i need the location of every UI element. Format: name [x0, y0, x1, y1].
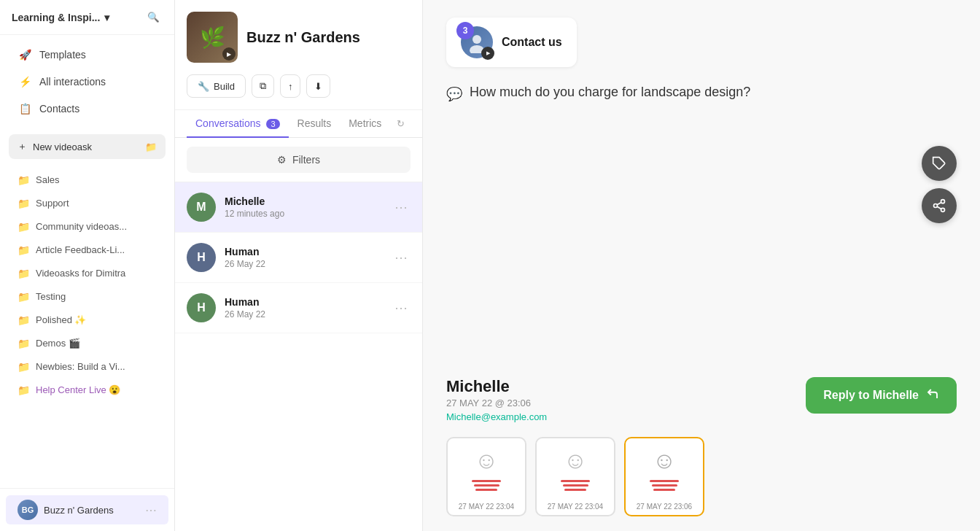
bot-actions: 🔧 Build ⧉ ↑ ⬇	[187, 74, 411, 98]
new-videoask-button[interactable]: ＋ New videoask 📁	[9, 134, 166, 159]
sidebar-item-article-feedback[interactable]: 📁 Article Feedback-Li... ⋯	[6, 239, 168, 261]
duplicate-button[interactable]: ⧉	[252, 74, 274, 98]
sidebar: Learning & Inspi... ▾ 🔍 🚀 Templates ⚡ Al…	[0, 0, 175, 531]
contact-email: Michelle@example.com	[446, 411, 547, 422]
sidebar-item-newbies[interactable]: 📁 Newbies: Build a Vi... ⋯	[6, 355, 168, 378]
video-thumb-3[interactable]: ☺ 27 MAY 22 23:06	[624, 437, 704, 516]
sidebar-item-videoasks-dimitra[interactable]: 📁 Videoasks for Dimitra ⋯	[6, 262, 168, 284]
contact-avatar-wrap: 3 ▶	[461, 26, 493, 58]
sidebar-item-help-center[interactable]: 📁 Help Center Live 😮 ⋯	[6, 379, 168, 401]
share-button[interactable]: ↑	[280, 74, 301, 98]
refresh-button[interactable]: ↻	[391, 110, 411, 137]
more-icon[interactable]: ⋯	[145, 503, 157, 517]
download-icon: ⬇	[314, 81, 322, 92]
sidebar-item-community[interactable]: 📁 Community videoas... ⋯	[6, 215, 168, 238]
duplicate-icon: ⧉	[260, 80, 266, 92]
lightning-icon: ⚡	[18, 74, 32, 89]
conv-michelle-name: Michelle	[225, 195, 383, 207]
svg-point-4	[934, 204, 938, 208]
main-content: 3 ▶ Contact us 💬 How much do you charge …	[423, 0, 980, 531]
buzz-gardens-label: Buzz n' Gardens	[44, 505, 114, 516]
svg-point-0	[472, 35, 481, 44]
bot-avatar: 🌿 ▶	[187, 12, 238, 63]
workspace-selector[interactable]: Learning & Inspi... ▾	[12, 12, 109, 23]
conv-more-icon[interactable]: ⋯	[392, 196, 411, 218]
sidebar-item-support[interactable]: 📁 Support ⋯	[6, 192, 168, 214]
new-videoask-label: New videoask	[33, 142, 92, 152]
folder-newbies-label: Newbies: Build a Vi...	[36, 361, 125, 372]
conversations-list: M Michelle 12 minutes ago ⋯ H Human 26 M…	[175, 182, 422, 531]
sidebar-item-sales[interactable]: 📁 Sales ⋯	[6, 168, 168, 191]
tab-conversations[interactable]: Conversations 3	[187, 110, 289, 138]
reply-to-michelle-button[interactable]: Reply to Michelle	[806, 377, 957, 414]
middle-panel: 🌿 ▶ Buzz n' Gardens 🔧 Build ⧉ ↑ ⬇	[175, 0, 423, 531]
folder-testing-label: Testing	[36, 291, 66, 302]
conversation-item-human1[interactable]: H Human 26 May 22 ⋯	[175, 233, 422, 283]
video-thumb-2[interactable]: ☺ 27 MAY 22 23:04	[535, 437, 615, 516]
folder-icon: 📁	[18, 244, 30, 256]
contact-info-block: Michelle 27 MAY 22 @ 23:06 Michelle@exam…	[446, 377, 547, 422]
bot-name: Buzz n' Gardens	[246, 29, 360, 46]
play-overlay: ▶	[222, 47, 236, 61]
contact-badge: 3	[456, 22, 474, 39]
svg-point-5	[941, 208, 945, 212]
sidebar-item-testing[interactable]: 📁 Testing ⋯	[6, 285, 168, 308]
video-thumb-1[interactable]: ☺ 27 MAY 22 23:04	[446, 437, 526, 516]
conversations-count: 3	[266, 119, 279, 129]
chat-area: 3 ▶ Contact us 💬 How much do you charge …	[423, 0, 980, 363]
folder-demos-label: Demos 🎬	[36, 338, 80, 349]
folder-icon: 📁	[18, 221, 30, 233]
sidebar-item-templates[interactable]: 🚀 Templates	[6, 42, 168, 68]
bot-header: 🌿 ▶ Buzz n' Gardens	[187, 12, 411, 63]
message-icon: 💬	[446, 86, 462, 102]
conv-more-icon[interactable]: ⋯	[392, 297, 411, 319]
thumb1-date: 27 MAY 22 23:04	[448, 500, 525, 515]
sidebar-item-demos[interactable]: 📁 Demos 🎬 ⋯	[6, 332, 168, 354]
reply-icon	[926, 387, 939, 403]
tabs-bar: Conversations 3 Results Metrics ↻	[175, 110, 422, 138]
sidebar-item-buzz-gardens[interactable]: BG Buzz n' Gardens ⋯	[6, 495, 168, 524]
filters-button[interactable]: ⚙ Filters	[187, 147, 411, 173]
conv-more-icon[interactable]: ⋯	[392, 247, 411, 268]
face-icon-1: ☺	[475, 447, 499, 474]
contact-name: Michelle	[446, 377, 547, 396]
play-button-sm[interactable]: ▶	[481, 47, 494, 60]
folder-polished-label: Polished ✨	[36, 314, 86, 325]
share-float-button[interactable]	[922, 188, 957, 223]
floating-buttons	[922, 146, 957, 223]
folder-dimitra-label: Videoasks for Dimitra	[36, 268, 125, 279]
conv-human2-time: 26 May 22	[225, 309, 383, 319]
sidebar-item-contacts[interactable]: 📋 Contacts	[6, 96, 168, 122]
folder-icon: 📁	[18, 198, 30, 209]
folder-sales-label: Sales	[36, 174, 60, 185]
middle-header: 🌿 ▶ Buzz n' Gardens 🔧 Build ⧉ ↑ ⬇	[175, 0, 422, 110]
build-button[interactable]: 🔧 Build	[187, 74, 246, 98]
nav-contacts-label: Contacts	[39, 103, 79, 115]
sidebar-header: Learning & Inspi... ▾ 🔍	[0, 0, 174, 35]
svg-point-3	[941, 200, 945, 204]
build-label: Build	[214, 81, 235, 92]
face-icon-3: ☺	[653, 447, 677, 474]
build-icon: 🔧	[198, 81, 209, 92]
conversation-item-human2[interactable]: H Human 26 May 22 ⋯	[175, 283, 422, 333]
nav-all-interactions-label: All interactions	[39, 76, 106, 88]
folder-icon: 📁	[18, 361, 30, 373]
tab-metrics[interactable]: Metrics	[340, 110, 390, 138]
tab-metrics-label: Metrics	[349, 117, 381, 129]
search-button[interactable]: 🔍	[144, 9, 163, 26]
video-thumbnails: ☺ 27 MAY 22 23:04 ☺ 27	[423, 437, 980, 531]
tag-button[interactable]	[922, 146, 957, 181]
lines-icon-3	[650, 480, 679, 491]
tab-results[interactable]: Results	[289, 110, 341, 138]
contact-label: Contact us	[502, 36, 562, 49]
sidebar-item-all-interactions[interactable]: ⚡ All interactions	[6, 69, 168, 95]
filters-bar: ⚙ Filters	[175, 138, 422, 182]
reply-label: Reply to Michelle	[823, 389, 919, 402]
conversation-item-michelle[interactable]: M Michelle 12 minutes ago ⋯	[175, 182, 422, 233]
sidebar-item-polished[interactable]: 📁 Polished ✨ ⋯	[6, 309, 168, 331]
conv-human1-name: Human	[225, 246, 383, 257]
buzz-gardens-avatar: BG	[18, 500, 38, 520]
nav-templates-label: Templates	[39, 49, 86, 61]
download-button[interactable]: ⬇	[306, 74, 330, 98]
message-text: How much do you charge for landscape des…	[470, 85, 750, 100]
